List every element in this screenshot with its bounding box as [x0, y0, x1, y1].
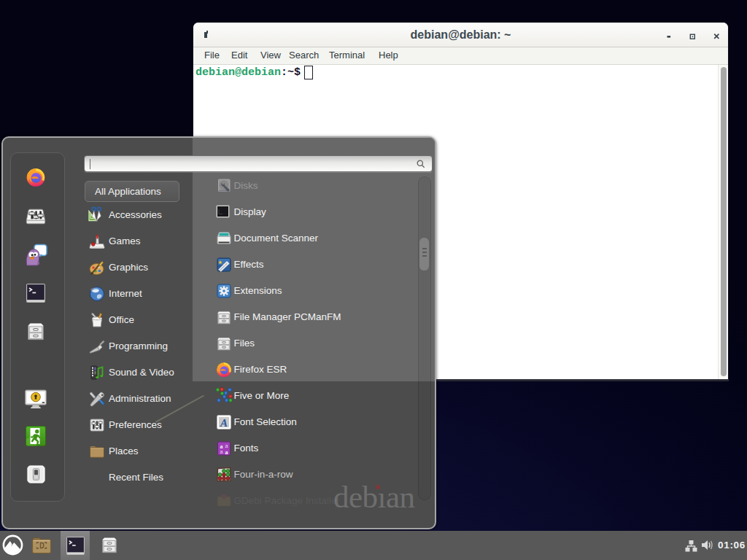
- svg-text:a: a: [220, 449, 223, 454]
- svg-text:A: A: [220, 417, 228, 429]
- svg-text:a: a: [225, 449, 228, 456]
- svg-text:a: a: [225, 443, 228, 448]
